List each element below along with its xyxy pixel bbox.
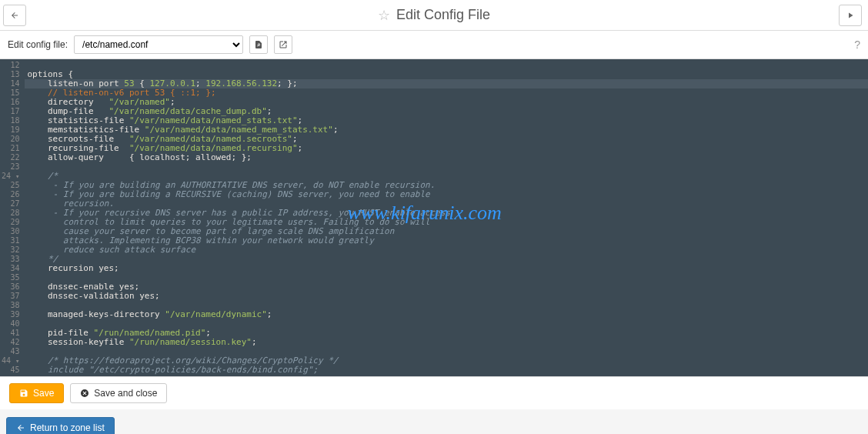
line-number: 45 bbox=[2, 366, 20, 375]
file-select[interactable]: /etc/named.conf bbox=[74, 35, 243, 54]
save-button[interactable]: Save bbox=[9, 383, 64, 403]
line-number: 44 ▾ bbox=[2, 356, 20, 366]
line-number: 17 bbox=[2, 107, 20, 116]
line-number: 28 bbox=[2, 209, 20, 218]
line-number: 41 bbox=[2, 329, 20, 338]
code-area[interactable]: options { listen-on port 53 { 127.0.0.1;… bbox=[25, 59, 869, 376]
line-number: 25 bbox=[2, 181, 20, 190]
code-line[interactable] bbox=[25, 273, 869, 282]
line-number: 40 bbox=[2, 319, 20, 329]
line-number: 14 bbox=[2, 79, 20, 88]
toolbar-label: Edit config file: bbox=[8, 39, 68, 50]
code-line[interactable]: */ bbox=[25, 255, 869, 264]
back-button[interactable] bbox=[3, 5, 26, 26]
line-number: 21 bbox=[2, 144, 20, 153]
line-number: 42 bbox=[2, 338, 20, 347]
play-icon bbox=[846, 11, 855, 20]
line-number: 39 bbox=[2, 310, 20, 319]
search-file-button[interactable] bbox=[249, 35, 268, 54]
code-line[interactable]: managed-keys-directory "/var/named/dynam… bbox=[25, 310, 869, 319]
code-line[interactable]: allow-query { localhost; allowed; }; bbox=[25, 153, 869, 162]
line-number: 43 bbox=[2, 347, 20, 356]
open-external-button[interactable] bbox=[274, 35, 292, 54]
line-number: 31 bbox=[2, 236, 20, 245]
line-number: 26 bbox=[2, 190, 20, 199]
line-number: 20 bbox=[2, 135, 20, 144]
line-number: 22 bbox=[2, 153, 20, 162]
line-number: 35 bbox=[2, 273, 20, 282]
save-close-button[interactable]: Save and close bbox=[70, 383, 167, 403]
line-number: 32 bbox=[2, 245, 20, 255]
gutter: 12131415161718192021222324 ▾252627282930… bbox=[0, 59, 25, 376]
line-number: 23 bbox=[2, 162, 20, 172]
code-line[interactable]: include "/etc/crypto-policies/back-ends/… bbox=[25, 366, 869, 375]
line-number: 29 bbox=[2, 218, 20, 227]
line-number: 33 bbox=[2, 255, 20, 264]
return-button[interactable]: Return to zone list bbox=[6, 417, 115, 434]
line-number: 30 bbox=[2, 227, 20, 236]
code-line[interactable]: - If you are building a RECURSIVE (cachi… bbox=[25, 190, 869, 199]
line-number: 15 bbox=[2, 88, 20, 98]
arrow-left-icon bbox=[16, 423, 25, 432]
line-number: 27 bbox=[2, 199, 20, 209]
bottom-bar: Return to zone list bbox=[0, 409, 868, 434]
save-label: Save bbox=[33, 388, 54, 399]
line-number: 18 bbox=[2, 116, 20, 125]
help-icon[interactable]: ? bbox=[854, 38, 860, 51]
code-line[interactable]: recursion yes; bbox=[25, 264, 869, 273]
close-icon bbox=[80, 389, 89, 398]
code-line[interactable]: session-keyfile "/run/named/session.key"… bbox=[25, 338, 869, 347]
toolbar: Edit config file: /etc/named.conf ? bbox=[0, 31, 868, 59]
line-number: 13 bbox=[2, 70, 20, 79]
line-number: 12 bbox=[2, 61, 20, 70]
save-icon bbox=[19, 389, 28, 398]
code-line[interactable] bbox=[25, 61, 869, 70]
code-line[interactable] bbox=[25, 162, 869, 172]
arrow-left-icon bbox=[10, 11, 19, 20]
code-line[interactable]: dnssec-validation yes; bbox=[25, 292, 869, 301]
line-number: 34 bbox=[2, 264, 20, 273]
header: ☆ Edit Config File bbox=[0, 0, 868, 31]
code-editor[interactable]: 12131415161718192021222324 ▾252627282930… bbox=[0, 59, 868, 376]
line-number: 16 bbox=[2, 98, 20, 107]
line-number: 19 bbox=[2, 125, 20, 135]
line-number: 24 ▾ bbox=[2, 172, 20, 181]
save-close-label: Save and close bbox=[94, 388, 157, 399]
play-button[interactable] bbox=[839, 5, 862, 26]
line-number: 38 bbox=[2, 301, 20, 310]
return-label: Return to zone list bbox=[30, 422, 105, 433]
line-number: 37 bbox=[2, 292, 20, 301]
page-title: Edit Config File bbox=[396, 7, 490, 23]
star-icon[interactable]: ☆ bbox=[378, 7, 390, 24]
action-bar: Save Save and close bbox=[0, 376, 868, 409]
line-number: 36 bbox=[2, 282, 20, 292]
code-line[interactable]: reduce such attack surface bbox=[25, 245, 869, 255]
external-link-icon bbox=[279, 40, 288, 49]
file-search-icon bbox=[254, 40, 263, 49]
